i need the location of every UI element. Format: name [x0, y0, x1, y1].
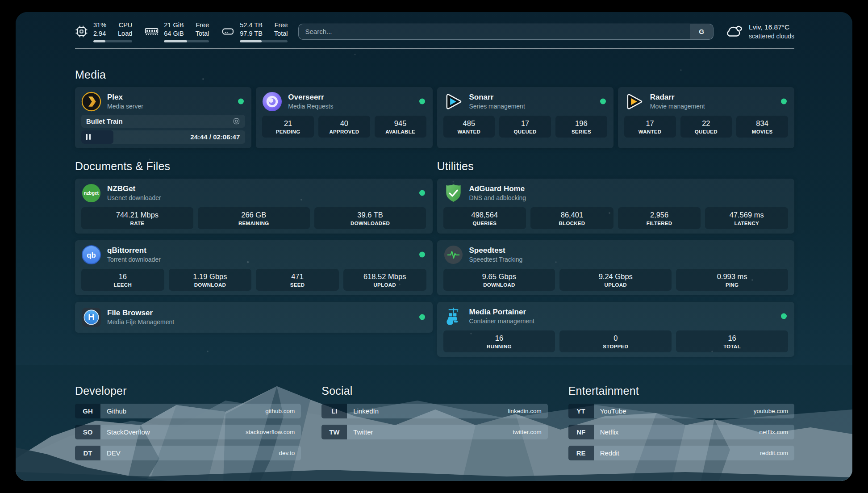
stat-value: 1.19 Gbps	[171, 272, 250, 281]
adguard-card[interactable]: AdGuard Home DNS and adblocking 498,564 …	[437, 179, 795, 234]
bookmark-name: Reddit	[600, 449, 619, 457]
stat-queued: 22 QUEUED	[680, 116, 732, 138]
stat-downloaded: 39.6 TB DOWNLOADED	[314, 207, 426, 229]
portainer-card[interactable]: Media Portainer Container management 16 …	[437, 302, 795, 357]
speedtest-titles: Speedtest Speedtest Tracking	[469, 246, 523, 263]
bookmark-stackoverflow[interactable]: SO StackOverflow stackoverflow.com	[75, 425, 301, 439]
topbar-divider	[75, 48, 794, 49]
bookmark-abbr: NF	[568, 425, 594, 439]
search-provider-button[interactable]: G	[690, 24, 713, 39]
service-name: qBittorrent	[107, 246, 161, 255]
media-grid: Plex Media server Bullet Train	[75, 87, 794, 148]
bookmark-url: netflix.com	[759, 429, 788, 435]
playback-time: 24:44 / 02:06:47	[190, 133, 245, 141]
cpu-load-label: Load	[118, 29, 132, 38]
filebrowser-card[interactable]: File Browser Media File Management	[75, 302, 433, 333]
status-online-dot	[781, 99, 787, 104]
nzbget-titles: NZBGet Usenet downloader	[107, 184, 161, 201]
pause-button[interactable]	[86, 134, 91, 140]
bookmark-name: Github	[107, 407, 126, 415]
stat-value: 22	[682, 119, 730, 128]
stat-filtered: 2,956 FILTERED	[618, 207, 701, 229]
bookmark-name: LinkedIn	[353, 407, 379, 415]
stat-rate: 744.21 Mbps RATE	[81, 207, 193, 229]
stat-label: UPLOAD	[561, 282, 670, 288]
service-name: NZBGet	[107, 184, 161, 193]
bookmark-dev[interactable]: DT DEV dev.to	[75, 446, 301, 460]
qbittorrent-titles: qBittorrent Torrent downloader	[107, 246, 161, 263]
stat-label: RUNNING	[445, 344, 554, 349]
plex-titles: Plex Media server	[107, 93, 143, 110]
stat-value: 9.65 Gbps	[445, 272, 554, 281]
weather-widget: Lviv, 16.87°C scattered clouds	[724, 23, 794, 41]
bookmark-abbr: TW	[321, 425, 347, 439]
service-name: Plex	[107, 93, 143, 102]
stat-latency: 47.569 ms LATENCY	[705, 207, 788, 229]
bookmark-twitter[interactable]: TW Twitter twitter.com	[321, 425, 547, 439]
social-group: Social LI LinkedIn linkedin.com TW Twitt…	[321, 384, 547, 467]
bookmark-reddit[interactable]: RE Reddit reddit.com	[568, 446, 794, 460]
overseerr-card[interactable]: Overseerr Media Requests 21 PENDING 40 A…	[256, 87, 432, 148]
service-desc: Series management	[469, 103, 525, 110]
system-stats: 31% 2.94 CPU Load	[75, 21, 288, 42]
portainer-stats: 16 RUNNING 0 STOPPED 16 TOTAL	[443, 330, 789, 352]
stat-label: LATENCY	[707, 221, 786, 226]
search-input[interactable]	[299, 24, 690, 39]
cpu-stat-body: 31% 2.94 CPU Load	[93, 21, 132, 42]
stat-wanted: 485 WANTED	[443, 116, 495, 138]
service-desc: DNS and adblocking	[469, 194, 526, 201]
nzbget-card[interactable]: nzbget NZBGet Usenet downloader 74	[75, 179, 433, 234]
now-playing-icon	[233, 117, 240, 125]
stat-label: DOWNLOADED	[316, 221, 425, 226]
service-name: Overseerr	[288, 93, 333, 102]
memory-icon	[145, 26, 159, 37]
stat-value: 471	[258, 272, 337, 281]
stat-label: RATE	[83, 221, 192, 226]
stat-label: DOWNLOAD	[171, 282, 250, 288]
status-online-dot	[419, 99, 425, 104]
stat-value: 834	[738, 119, 786, 128]
bookmark-url: dev.to	[279, 450, 295, 456]
stat-label: UPLOAD	[345, 282, 425, 288]
memory-progress-fill	[164, 40, 187, 42]
developer-heading: Developer	[75, 384, 301, 397]
service-desc: Media Requests	[288, 103, 333, 110]
speedtest-card[interactable]: Speedtest Speedtest Tracking 9.65 Gbps D…	[437, 240, 795, 295]
now-playing-row: Bullet Train	[81, 115, 245, 128]
stat-label: BLOCKED	[532, 221, 612, 226]
stat-pending: 21 PENDING	[262, 116, 314, 138]
disk-icon	[221, 25, 234, 38]
overseerr-titles: Overseerr Media Requests	[288, 93, 333, 110]
bookmark-youtube[interactable]: YT YouTube youtube.com	[568, 404, 794, 418]
bookmark-name: Netflix	[600, 428, 619, 436]
stat-value: 39.6 TB	[316, 211, 425, 219]
bookmark-url: stackoverflow.com	[246, 429, 295, 435]
qbittorrent-card[interactable]: qb qBittorrent Torrent downloader	[75, 240, 433, 295]
adguard-stats: 498,564 QUERIES 86,401 BLOCKED 2,956 FIL…	[443, 207, 789, 229]
sonarr-card[interactable]: Sonarr Series management 485 WANTED 17 Q…	[437, 87, 613, 148]
bookmark-abbr: LI	[321, 404, 347, 418]
radarr-card[interactable]: Radarr Movie management 17 WANTED 22 QUE…	[618, 87, 794, 148]
radarr-icon	[624, 92, 644, 112]
portainer-icon	[443, 306, 463, 326]
overseerr-icon	[262, 92, 282, 112]
memory-total-value: 64 GiB	[164, 29, 184, 38]
cpu-label: CPU	[119, 21, 133, 29]
bookmark-github[interactable]: GH Github github.com	[75, 404, 301, 418]
service-desc: Movie management	[650, 103, 705, 110]
stat-value: 47.569 ms	[707, 211, 786, 219]
stat-label: TOTAL	[678, 344, 786, 349]
entertainment-heading: Entertainment	[568, 384, 794, 397]
stat-value: 485	[445, 119, 493, 128]
media-heading: Media	[75, 68, 794, 81]
bookmark-netflix[interactable]: NF Netflix netflix.com	[568, 425, 794, 439]
plex-icon	[81, 92, 101, 112]
memory-free-label: Free	[196, 21, 209, 29]
plex-card[interactable]: Plex Media server Bullet Train	[75, 87, 251, 148]
stat-value: 196	[557, 119, 605, 128]
status-online-dot	[419, 190, 425, 196]
memory-stat-widget: 21 GiB 64 GiB Free Total	[145, 21, 209, 42]
nzbget-icon: nzbget	[81, 183, 101, 203]
stat-value: 0	[561, 334, 670, 343]
bookmark-linkedin[interactable]: LI LinkedIn linkedin.com	[321, 404, 547, 418]
